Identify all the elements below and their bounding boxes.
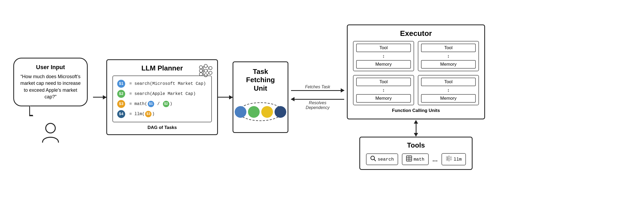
svg-point-8 [209,71,212,74]
tools-box: Tools search [359,137,473,170]
memory-label-1: Memory [356,60,411,69]
var-badge-1: $1 [117,80,125,88]
circles-row [235,106,286,118]
svg-point-5 [204,69,207,72]
math-icon [406,156,412,163]
dag-code-4b: ) [152,112,155,116]
memory-label-2: Memory [421,60,476,69]
tool-label-2: Tool [421,44,476,52]
executor-box: Executor Tool ↕ Memory Tool ↕ Memory [347,24,485,119]
svg-point-0 [46,123,55,133]
var-inline-3: $3 [145,111,151,117]
double-arrow-section: Fetches Task ResolvesDependency [288,85,347,110]
search-tool-label: search [378,157,394,162]
svg-point-34 [450,157,452,158]
tools-row: search math .. [366,153,466,165]
svg-line-46 [450,160,451,161]
user-icon [41,122,60,147]
arrow-ud-4: ↕ [447,88,450,93]
vert-arrowhead-down [414,133,418,137]
dag-row-3: $3 = math( $1 / $2 ) [117,100,207,108]
resolves-dependency-label: ResolvesDependency [291,101,344,110]
vert-arrowhead-up [414,120,418,124]
svg-line-16 [207,66,209,68]
circles-container [233,97,288,127]
llm-planner-box: LLM Planner $1 = search(Microsoft Market… [106,59,218,135]
svg-line-43 [450,156,451,157]
svg-line-17 [207,68,209,71]
fetches-task-line [291,90,344,91]
svg-point-30 [446,159,447,161]
llm-icon [446,155,452,163]
svg-point-33 [448,160,449,161]
var-inline-1: $1 [148,101,154,107]
svg-point-29 [446,158,447,159]
svg-point-32 [448,158,449,159]
user-input-text: “How much does Microsoft’s market cap ne… [20,73,81,100]
tools-title: Tools [366,141,466,149]
llm-tool-label: llm [454,157,462,162]
arrow-llm-to-task [218,97,233,98]
vert-line [416,124,416,133]
var-badge-2: $2 [117,90,125,98]
resolves-dependency-arrowhead [291,97,294,101]
dag-code-2: = search(Apple Market Cap) [127,91,196,96]
tool-label-3: Tool [356,78,411,86]
fetches-task-arrowhead [341,88,344,93]
dag-label: DAG of Tasks [112,125,212,130]
svg-point-35 [450,159,452,160]
task-fetching-title: TaskFetchingUnit [246,68,275,93]
right-column: Executor Tool ↕ Memory Tool ↕ Memory [347,24,485,170]
vert-arrow [414,119,418,137]
tools-ellipsis: ... [432,156,438,163]
executor-grid: Tool ↕ Memory Tool ↕ Memory Tool [353,41,479,105]
tool-memory-unit-1: Tool ↕ Memory [353,41,414,71]
tool-memory-unit-3: Tool ↕ Memory [353,75,414,105]
memory-label-4: Memory [421,94,476,103]
nn-icon [198,63,213,79]
diagram-container: User Input “How much does Microsoft’s ma… [0,0,644,205]
math-tool-label: math [414,157,424,162]
arrow-ud-1: ↕ [382,54,385,58]
llm-planner-title: LLM Planner [112,64,212,72]
var-inline-2: $2 [163,101,169,107]
svg-line-44 [450,157,451,158]
svg-point-4 [204,64,207,68]
svg-point-3 [199,73,203,76]
tool-label-4: Tool [421,78,476,86]
circle-green [248,106,260,118]
user-input-section: User Input “How much does Microsoft’s ma… [8,58,93,147]
dag-row-1: $1 = search(Microsoft Market Cap) [117,80,207,88]
svg-line-19 [207,73,209,75]
tool-memory-unit-4: Tool ↕ Memory [418,75,479,105]
fetches-task-arrow: Fetches Task [291,85,344,91]
arrow-ud-3: ↕ [382,88,385,93]
task-fetching-box: TaskFetchingUnit [233,61,288,133]
user-input-title: User Input [20,64,81,71]
var-badge-4: $4 [117,110,125,118]
dag-code-3b: / [155,102,162,106]
svg-point-7 [209,66,212,70]
svg-point-1 [199,66,203,69]
svg-line-18 [207,71,209,73]
tool-item-math: math [402,153,429,165]
circle-dark [275,106,286,118]
arrow-user-to-llm [93,97,106,98]
dag-row-2: $2 = search(Apple Market Cap) [117,90,207,98]
svg-point-31 [448,156,449,157]
svg-point-2 [199,69,203,72]
dag-row-4: $4 = llm( $3 ) [117,110,207,118]
svg-line-45 [450,158,451,159]
dag-code-1: = search(Microsoft Market Cap) [127,81,206,86]
dag-code-3: = math( [127,102,147,106]
tool-label-1: Tool [356,44,411,52]
executor-title: Executor [353,29,479,38]
svg-line-22 [374,160,376,161]
resolves-dependency-arrow: ResolvesDependency [291,99,344,110]
fetches-task-label: Fetches Task [291,85,344,89]
tool-item-search: search [366,153,398,165]
speech-bubble: User Input “How much does Microsoft’s ma… [13,58,88,106]
var-badge-3: $3 [117,100,125,108]
dag-code-4: = llm( [127,112,145,116]
svg-rect-23 [406,156,412,161]
